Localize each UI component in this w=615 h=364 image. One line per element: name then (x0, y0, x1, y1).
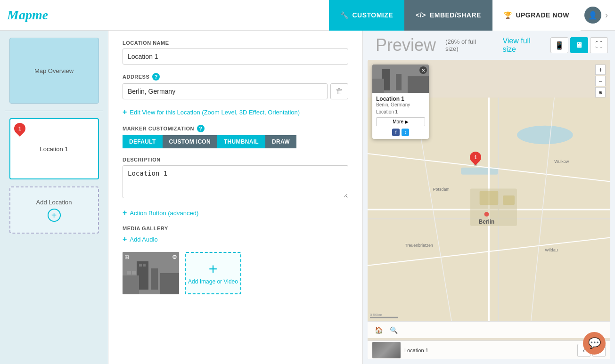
view-full-size-link[interactable]: View full size (502, 37, 545, 54)
marker-customization-section: MARKER CUSTOMIZATION ? DEFAULT CUSTOM IC… (123, 125, 348, 148)
bottom-thumbnail (372, 342, 401, 358)
description-textarea[interactable]: Location 1 (123, 165, 348, 198)
location-name-section: LOCATION NAME (123, 40, 348, 65)
map-overview-label: Map Overview (34, 67, 74, 74)
code-icon: </> (416, 11, 426, 19)
popup-location-name: Location 1 (376, 96, 425, 102)
location-card[interactable]: 1 Location 1 (9, 118, 99, 179)
action-button-link[interactable]: + Action Button (advanced) (123, 209, 348, 217)
tab-draw[interactable]: DRAW (265, 135, 296, 148)
add-media-plus-icon: + (209, 261, 218, 276)
popup-close-button[interactable]: ✕ (419, 66, 427, 74)
map-bottom-bar: Location 1 ‹ › (368, 340, 610, 359)
bottom-thumb-section: Location 1 (372, 342, 428, 358)
editor-panel: LOCATION NAME ADDRESS ? 🗑 + Edit View fo… (108, 31, 363, 364)
svg-rect-29 (370, 317, 398, 318)
preview-view-toggle: 📱 🖥 ⛶ (550, 37, 608, 53)
svg-rect-35 (408, 76, 429, 93)
map-type-button[interactable]: ⊕ (595, 87, 606, 97)
svg-rect-22 (503, 195, 515, 205)
zoom-in-button[interactable]: + (595, 65, 606, 75)
svg-rect-3 (123, 275, 139, 294)
address-section: ADDRESS ? 🗑 (123, 73, 348, 99)
twitter-icon[interactable]: t (402, 129, 409, 136)
svg-rect-7 (139, 264, 142, 267)
media-row: ⚙ ⊞ + Add Image or Video (123, 252, 348, 294)
svg-rect-6 (132, 271, 136, 275)
svg-point-28 (484, 212, 489, 217)
media-icon-expand: ⊞ (124, 254, 129, 260)
media-thumb-image (123, 252, 179, 294)
header-actions: 🔧 CUSTOMIZE </> EMBED/SHARE 🏆 UPGRADE NO… (329, 0, 608, 30)
chevron-right-icon[interactable]: › (605, 10, 608, 20)
fullscreen-view-button[interactable]: ⛶ (590, 37, 608, 53)
add-media-button[interactable]: + Add Image or Video (185, 252, 241, 294)
address-input[interactable] (123, 83, 328, 99)
location-name-input[interactable] (123, 49, 348, 65)
customize-button[interactable]: 🔧 CUSTOMIZE (329, 0, 404, 31)
marker-tabs: DEFAULT CUSTOM ICON THUMBNAIL DRAW (123, 135, 348, 148)
wrench-icon: 🔧 (340, 11, 349, 19)
popup-more-button[interactable]: More ▶ (376, 117, 425, 126)
preview-header: Preview (26% of full size) View full siz… (363, 31, 615, 60)
location-card-name: Location 1 (40, 146, 68, 153)
main-layout: Map Overview 1 Location 1 Add Location +… (0, 31, 615, 364)
chat-bubble[interactable]: 💬 (583, 332, 606, 355)
header: Mapme 🔧 CUSTOMIZE </> EMBED/SHARE 🏆 UPGR… (0, 0, 615, 31)
zoom-out-button[interactable]: − (595, 76, 606, 86)
preview-title: Preview (376, 35, 436, 55)
add-location-card[interactable]: Add Location + (9, 186, 99, 234)
tab-custom-icon[interactable]: CUSTOM ICON (163, 135, 217, 148)
location-name-label: LOCATION NAME (123, 40, 348, 46)
marker-help-icon[interactable]: ? (197, 125, 205, 132)
address-delete-button[interactable]: 🗑 (330, 83, 348, 99)
svg-rect-21 (480, 191, 499, 205)
logo: Mapme (7, 8, 329, 23)
svg-rect-33 (396, 74, 402, 90)
svg-text:0     50km: 0 50km (370, 313, 382, 317)
preview-panel: Preview (26% of full size) View full siz… (363, 31, 615, 364)
map-search-icon[interactable]: 🔍 (387, 324, 400, 336)
upgrade-button[interactable]: 🏆 UPGRADE NOW (492, 0, 581, 31)
address-help-icon[interactable]: ? (152, 73, 160, 81)
svg-rect-4 (160, 273, 179, 294)
avatar[interactable]: 👤 (584, 7, 601, 24)
embed-share-button[interactable]: </> EMBED/SHARE (404, 0, 492, 31)
svg-rect-8 (143, 264, 146, 267)
address-row: 🗑 (123, 83, 348, 99)
map-marker-number: 1 (474, 155, 477, 160)
media-thumb-svg (123, 252, 179, 294)
tab-thumbnail[interactable]: THUMBNAIL (217, 135, 265, 148)
map-container[interactable]: Berlin Potsdam Wulkow Treuenbrietzen Wil… (368, 60, 610, 359)
popup-social: f t (376, 129, 425, 136)
popup-body: Location 1 Berlin, Germany Location 1 Mo… (372, 93, 429, 139)
map-home-icon[interactable]: 🏠 (372, 324, 385, 336)
desktop-view-button[interactable]: 🖥 (570, 37, 588, 53)
map-marker-body: 1 (467, 149, 484, 165)
location-number: 1 (18, 126, 21, 131)
svg-text:Potsdam: Potsdam (433, 187, 450, 192)
action-plus-icon: + (123, 209, 127, 217)
map-overview-card[interactable]: Map Overview (9, 38, 99, 104)
add-location-label: Add Location (36, 199, 72, 206)
svg-text:Wildau: Wildau (545, 248, 558, 252)
map-icons-bar: 🏠 🔍 (368, 321, 610, 338)
map-marker[interactable]: 1 (469, 152, 482, 168)
media-gallery-section: MEDIA GALLERY + Add Audio (123, 226, 348, 294)
svg-text:Wulkow: Wulkow (554, 159, 569, 164)
mobile-view-button[interactable]: 📱 (550, 37, 568, 53)
add-media-label: Add Image or Video (188, 278, 238, 285)
popup-address: Berlin, Germany (376, 102, 425, 107)
description-label: DESCRIPTION (123, 157, 348, 162)
sidebar: Map Overview 1 Location 1 Add Location + (0, 31, 108, 364)
facebook-icon[interactable]: f (392, 129, 400, 136)
tab-default[interactable]: DEFAULT (123, 135, 163, 148)
media-icon-rings: ⚙ (172, 254, 177, 260)
map-background: Berlin Potsdam Wulkow Treuenbrietzen Wil… (368, 60, 610, 359)
edit-view-link[interactable]: + Edit View for this Location (Zoom Leve… (123, 108, 348, 116)
location-badge: 1 (12, 121, 28, 137)
media-gallery-label: MEDIA GALLERY (123, 226, 348, 231)
media-thumbnail[interactable]: ⚙ ⊞ (123, 252, 179, 294)
add-audio-link[interactable]: + Add Audio (123, 235, 348, 243)
svg-rect-34 (372, 79, 384, 93)
